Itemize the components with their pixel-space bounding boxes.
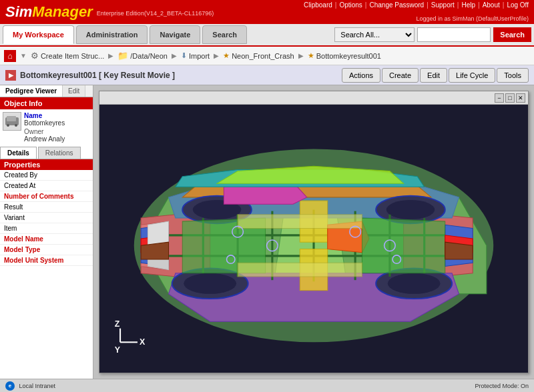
logoff-link[interactable]: Log Off [507, 1, 529, 9]
item-header: ▶ Bottomkeyresult001 [ Key Result Movie … [0, 65, 534, 85]
logged-in-text: Logged in as SimMan (DefaultUserProfile) [416, 15, 529, 22]
ie-icon: e [5, 381, 15, 391]
protected-mode-text: Protected Mode: On [475, 383, 529, 389]
svg-point-2 [7, 124, 9, 127]
svg-marker-58 [141, 242, 168, 259]
prop-num-comments: Number of Comments [0, 191, 93, 202]
result-icon-1: ★ [223, 51, 230, 60]
prop-created-by: Created By [0, 170, 93, 181]
breadcrumb-bottomkey[interactable]: ★ Bottomkeyresult001 [308, 51, 381, 60]
pedigree-viewer-tab[interactable]: Pedigree Viewer [0, 85, 63, 97]
object-thumbnail [3, 112, 21, 131]
gear-icon: ⚙ [31, 51, 39, 61]
object-details: Name Bottomkeyres Owner Andrew Analy [24, 112, 65, 143]
top-nav-links: Clipboard | Options | Change Password | … [304, 1, 529, 9]
lifecycle-button[interactable]: Life Cycle [449, 68, 495, 83]
svg-marker-49 [148, 221, 168, 245]
svg-point-21 [388, 273, 441, 294]
item-title: ▶ Bottomkeyresult001 [ Key Result Movie … [5, 70, 340, 81]
logo-edition: Enterprise Edition(V14_2_BETA-CL116796) [97, 10, 214, 17]
help-link[interactable]: Help [461, 1, 475, 9]
tab-workspace[interactable]: My Workspace [3, 25, 74, 44]
svg-point-3 [15, 124, 17, 127]
result-icon-2: ★ [308, 51, 314, 60]
pedigree-tabs: Pedigree Viewer Edit [0, 85, 93, 97]
viewer-window: − □ ✕ [99, 91, 529, 373]
breadcrumb-data-neon[interactable]: 📁 /Data/Neon [117, 51, 168, 61]
status-right: Protected Mode: On [475, 383, 529, 389]
support-link[interactable]: Support [431, 1, 455, 9]
prop-model-unit: Model Unit System [0, 255, 93, 266]
breadcrumb-create-item[interactable]: ⚙ Create Item Struc... [31, 51, 104, 61]
actions-button[interactable]: Actions [342, 68, 380, 83]
change-password-link[interactable]: Change Password [369, 1, 424, 9]
svg-marker-40 [238, 263, 362, 277]
object-owner-label: Owner [24, 128, 65, 135]
edit-tab[interactable]: Edit [63, 85, 85, 97]
tab-bar: My Workspace Administration Navigate Sea… [0, 24, 534, 47]
object-info-body: Name Bottomkeyres Owner Andrew Analy [0, 109, 93, 145]
search-input[interactable] [417, 27, 491, 42]
prop-created-at: Created At [0, 181, 93, 191]
prop-variant: Variant [0, 213, 93, 223]
folder-icon: 📁 [117, 51, 128, 61]
main-area: Pedigree Viewer Edit Object Info Name Bo… [0, 85, 534, 379]
breadcrumb-import[interactable]: ⬇ Import [181, 51, 210, 60]
svg-marker-39 [238, 215, 362, 229]
search-area: Search All... Search [334, 27, 531, 42]
relations-tab[interactable]: Relations [38, 147, 81, 159]
svg-rect-1 [7, 116, 16, 121]
svg-point-17 [386, 200, 435, 219]
right-panel: − □ ✕ [93, 85, 534, 379]
object-info-header: Object Info [0, 97, 93, 109]
svg-text:Z: Z [115, 319, 120, 329]
svg-marker-38 [362, 218, 445, 273]
viewer-canvas: Z X Y [99, 105, 528, 373]
prop-model-name: Model Name [0, 234, 93, 245]
object-owner-value: Andrew Analy [24, 135, 65, 143]
minimize-button[interactable]: − [495, 93, 504, 103]
logo-sim: Sim [5, 3, 32, 21]
import-icon: ⬇ [181, 51, 187, 60]
close-button[interactable]: ✕ [516, 93, 525, 103]
status-bar: e Local Intranet Protected Mode: On [0, 379, 534, 392]
properties-panel: Properties Created By Created At Number … [0, 159, 93, 379]
left-panel: Pedigree Viewer Edit Object Info Name Bo… [0, 85, 93, 379]
prop-item: Item [0, 223, 93, 234]
object-name-value: Bottomkeyres [24, 119, 65, 127]
status-left: e Local Intranet [5, 381, 468, 391]
properties-header: Properties [0, 159, 93, 170]
viewer-titlebar: − □ ✕ [99, 91, 528, 105]
object-name-label: Name [24, 112, 65, 119]
prop-result: Result [0, 202, 93, 213]
logo-manager: Manager [32, 3, 92, 21]
edit-button[interactable]: Edit [420, 68, 447, 83]
svg-point-19 [184, 273, 236, 294]
search-dropdown[interactable]: Search All... [334, 27, 415, 42]
about-link[interactable]: About [483, 1, 500, 9]
svg-text:Y: Y [115, 345, 121, 355]
item-type-icon: ▶ [5, 70, 16, 81]
details-tab[interactable]: Details [0, 147, 37, 159]
local-intranet-text: Local Intranet [19, 382, 56, 389]
options-link[interactable]: Options [339, 1, 362, 9]
breadcrumb-neon-front[interactable]: ★ Neon_Front_Crash [223, 51, 294, 60]
logo-area: SimManagerEnterprise Edition(V14_2_BETA-… [5, 3, 214, 21]
clipboard-link[interactable]: Clipboard [304, 1, 332, 9]
svg-text:X: X [140, 337, 146, 347]
home-button[interactable]: ⌂ [4, 50, 16, 62]
maximize-button[interactable]: □ [505, 93, 515, 103]
svg-marker-59 [445, 242, 473, 259]
breadcrumb-bar: ⌂ ▼ ⚙ Create Item Struc... ▶ 📁 /Data/Neo… [0, 47, 534, 65]
prop-model-type: Model Type [0, 245, 93, 255]
tab-administration[interactable]: Administration [76, 25, 148, 44]
tools-button[interactable]: Tools [497, 68, 529, 83]
top-header: SimManagerEnterprise Edition(V14_2_BETA-… [0, 0, 534, 24]
search-button[interactable]: Search [493, 27, 531, 42]
create-button[interactable]: Create [382, 68, 419, 83]
tab-search[interactable]: Search [202, 25, 247, 44]
car-3d-view: Z X Y [99, 105, 528, 373]
tab-navigate[interactable]: Navigate [150, 25, 200, 44]
detail-tabs: Details Relations [0, 147, 93, 159]
